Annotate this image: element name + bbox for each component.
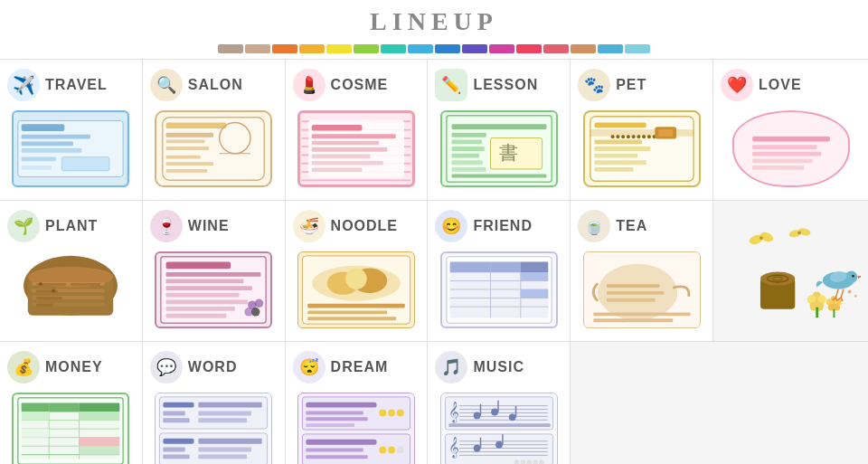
svg-rect-205 <box>306 423 354 427</box>
word-card-content <box>150 391 278 464</box>
cell-noodle[interactable]: 🍜 NOODLE <box>286 201 428 341</box>
music-label: MUSIC <box>473 359 524 375</box>
cell-header-tea: 🍵 TEA <box>578 210 705 242</box>
swatch-5 <box>326 44 352 53</box>
cell-music[interactable]: 🎵 MUSIC 𝄞 <box>428 342 570 464</box>
cell-header-wine: 🍷 WINE <box>150 210 278 242</box>
svg-marker-154 <box>857 275 861 279</box>
svg-rect-45 <box>451 147 484 151</box>
svg-rect-191 <box>164 418 190 422</box>
love-label: LOVE <box>759 77 802 93</box>
svg-rect-195 <box>164 448 185 452</box>
svg-point-163 <box>848 290 852 294</box>
salon-icon: 🔍 <box>150 69 183 101</box>
music-card: 𝄞 𝄞 <box>440 393 558 464</box>
deco-svg-1 <box>721 218 861 322</box>
love-icon: ❤️ <box>721 69 753 101</box>
svg-point-237 <box>473 445 480 452</box>
wine-icon: 🍷 <box>150 210 183 242</box>
svg-rect-34 <box>312 147 388 152</box>
svg-rect-178 <box>80 403 120 412</box>
pet-icon: 🐾 <box>578 69 610 101</box>
cell-word[interactable]: 💬 WORD <box>143 342 285 464</box>
swatch-1 <box>218 44 243 53</box>
money-card <box>12 393 129 464</box>
friend-card-svg <box>442 253 556 327</box>
pet-card-svg: ●●●●●●●●●●●● <box>585 112 699 185</box>
cell-travel[interactable]: ✈️ TRAVEL <box>0 60 142 200</box>
svg-rect-11 <box>166 122 227 128</box>
svg-rect-103 <box>307 310 387 314</box>
svg-point-212 <box>379 447 386 454</box>
music-card-content: 𝄞 𝄞 <box>435 391 562 464</box>
cell-wine[interactable]: 🍷 WINE <box>143 201 285 341</box>
cell-tea[interactable]: 🍵 TEA <box>571 201 712 341</box>
svg-rect-117 <box>521 262 548 272</box>
cosme-card <box>297 110 415 187</box>
cosme-label: COSME <box>331 77 389 93</box>
svg-rect-63 <box>752 137 830 142</box>
cell-friend[interactable]: 😊 FRIEND <box>428 201 570 341</box>
swatch-4 <box>299 44 325 53</box>
cell-dream[interactable]: 😴 DREAM <box>286 342 428 464</box>
cell-lesson[interactable]: ✏️ LESSON 書 <box>428 60 570 200</box>
svg-rect-33 <box>312 141 379 146</box>
svg-rect-125 <box>607 298 656 302</box>
svg-text:𝄞: 𝄞 <box>448 402 459 423</box>
svg-rect-76 <box>71 283 100 286</box>
salon-card-content <box>150 109 278 189</box>
svg-rect-198 <box>199 454 248 459</box>
dream-label: DREAM <box>331 359 389 375</box>
svg-point-164 <box>854 295 857 298</box>
noodle-card-content <box>293 250 420 330</box>
lesson-label: LESSON <box>473 77 538 93</box>
svg-point-135 <box>760 271 795 285</box>
svg-rect-79 <box>37 304 54 307</box>
wine-label: WINE <box>188 218 230 234</box>
friend-label: FRIEND <box>473 218 533 234</box>
dream-card-svg <box>298 393 414 464</box>
svg-rect-180 <box>80 412 120 421</box>
salon-card <box>155 110 272 187</box>
svg-point-228 <box>509 413 516 421</box>
cell-pet[interactable]: 🐾 PET ●●●●●●●●●●●● <box>571 60 712 200</box>
svg-rect-181 <box>22 429 49 438</box>
noodle-card <box>297 251 415 328</box>
plant-card-content <box>7 250 135 330</box>
svg-rect-84 <box>166 262 231 270</box>
svg-rect-151 <box>833 309 835 318</box>
svg-rect-196 <box>199 448 252 452</box>
cell-love[interactable]: ❤️ LOVE <box>713 60 868 200</box>
svg-rect-17 <box>166 156 201 159</box>
swatch-7 <box>381 44 406 53</box>
svg-rect-47 <box>451 160 482 165</box>
lesson-card-content: 書 <box>435 109 562 189</box>
svg-rect-5 <box>22 148 82 153</box>
svg-rect-188 <box>199 402 262 408</box>
svg-rect-194 <box>199 439 262 444</box>
svg-rect-91 <box>166 314 227 318</box>
svg-rect-85 <box>166 272 261 277</box>
swatch-2 <box>245 44 270 53</box>
cell-money[interactable]: 💰 MONEY <box>0 342 142 464</box>
pet-card: ●●●●●●●●●●●● <box>583 110 701 187</box>
svg-rect-59 <box>594 167 633 172</box>
svg-rect-217 <box>445 434 552 464</box>
music-card-svg: 𝄞 𝄞 <box>441 393 557 464</box>
cell-header-dream: 😴 DREAM <box>293 351 420 384</box>
cell-header-noodle: 🍜 NOODLE <box>293 210 420 242</box>
cell-salon[interactable]: 🔍 SALON <box>143 60 285 200</box>
header: LINEUP <box>0 0 868 59</box>
pet-label: PET <box>616 77 646 93</box>
svg-rect-204 <box>306 417 367 421</box>
svg-rect-19 <box>166 169 208 173</box>
svg-rect-86 <box>166 279 244 284</box>
pet-card-content: ●●●●●●●●●●●● <box>578 109 705 189</box>
friend-card-content <box>435 250 562 330</box>
svg-rect-65 <box>752 152 821 156</box>
cell-cosme[interactable]: 💄 COSME <box>286 60 428 200</box>
wine-card <box>155 251 272 328</box>
dream-icon: 😴 <box>293 351 326 384</box>
cell-plant[interactable]: 🌱 PLANT <box>0 201 142 341</box>
swatch-11 <box>489 44 514 53</box>
